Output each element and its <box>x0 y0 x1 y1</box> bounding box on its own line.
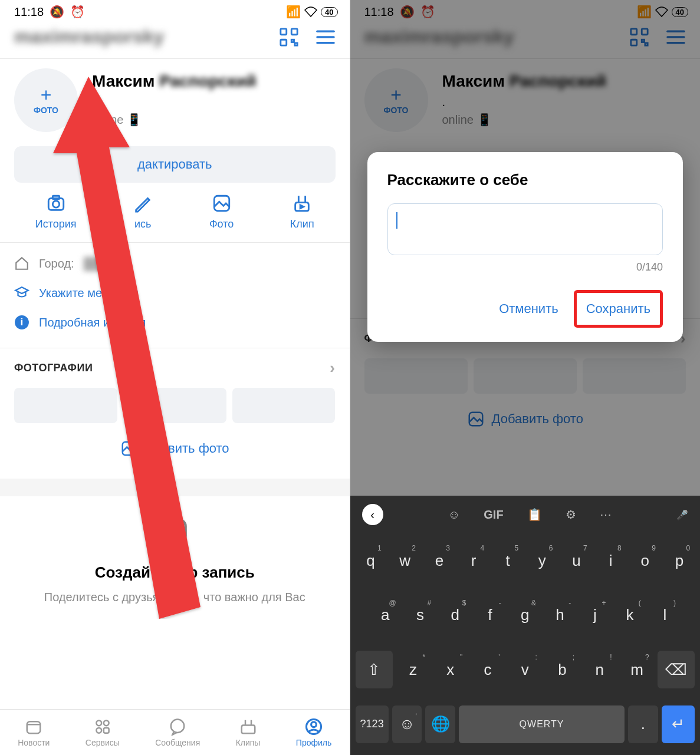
qr-icon[interactable] <box>279 27 299 47</box>
key-u[interactable]: u7 <box>561 542 591 579</box>
key-q[interactable]: q1 <box>356 542 386 579</box>
key-d[interactable]: d$ <box>439 596 471 634</box>
key-j[interactable]: j+ <box>579 596 610 634</box>
char-counter: 0/140 <box>387 261 663 273</box>
header-username: maximrasporsky <box>14 26 164 48</box>
phone-left: 11:18 🔕 ⏰ 📶 40 maximrasporsky + ФОТО <box>0 0 350 755</box>
key-c[interactable]: c' <box>471 651 504 688</box>
info-details[interactable]: i Подробная ин ация <box>14 308 336 337</box>
svg-rect-0 <box>280 28 286 34</box>
mode-key[interactable]: ?123 <box>356 705 389 743</box>
mute-icon: 🔕 <box>50 5 64 19</box>
svg-rect-21 <box>104 727 109 733</box>
clipboard-icon[interactable]: 📋 <box>527 507 542 522</box>
quick-photo[interactable]: Фото <box>209 193 234 230</box>
key-f[interactable]: f- <box>474 596 505 634</box>
info-city[interactable]: Город: ████ <box>14 249 336 278</box>
tab-messages[interactable]: Сообщения <box>155 718 200 747</box>
key-o[interactable]: o9 <box>630 542 660 579</box>
key-z[interactable]: z* <box>396 651 430 688</box>
avatar-label: ФОТО <box>34 105 58 115</box>
phone-icon: 📱 <box>127 113 142 127</box>
svg-rect-16 <box>27 721 41 733</box>
language-key[interactable]: 🌐 <box>425 705 455 743</box>
quick-story[interactable]: История <box>35 193 77 230</box>
profile-section: + ФОТО Максим Распорский . online 📱 <box>0 59 350 141</box>
settings-icon[interactable]: ⚙ <box>566 507 576 522</box>
profile-status-dot: . <box>92 95 257 109</box>
mic-icon[interactable]: 🎤 <box>676 509 688 520</box>
svg-point-19 <box>104 720 109 726</box>
space-key[interactable]: QWERTY <box>459 705 625 743</box>
status-time: 11:18 <box>14 5 44 19</box>
key-a[interactable]: a@ <box>370 596 401 634</box>
menu-icon[interactable] <box>316 29 336 45</box>
key-g[interactable]: g& <box>510 596 541 634</box>
tab-news[interactable]: Новости <box>18 718 50 747</box>
key-y[interactable]: y6 <box>527 542 557 579</box>
key-i[interactable]: i8 <box>596 542 626 579</box>
home-icon <box>14 256 29 271</box>
add-photo-button[interactable]: Давить фото <box>0 423 350 479</box>
on-screen-keyboard: ‹ ☺ GIF 📋 ⚙ ⋯ 🎤 q1w2e3r4t5y6u7i8o9p0 a@s… <box>350 496 701 755</box>
edit-button[interactable]: дактировать <box>14 146 336 183</box>
svg-point-22 <box>171 719 185 733</box>
phone-right: 11:18 🔕 ⏰ 📶 40 maximrasporsky +ФОТО Макс… <box>350 0 701 755</box>
key-w[interactable]: w2 <box>390 542 420 579</box>
enter-key[interactable]: ↵ <box>662 705 695 743</box>
photo-placeholder[interactable] <box>232 388 336 423</box>
profile-name: Максим Распорский <box>92 72 257 91</box>
chevron-right-icon: › <box>330 359 335 377</box>
photo-placeholder[interactable] <box>14 388 117 423</box>
key-v[interactable]: v: <box>508 651 542 688</box>
key-m[interactable]: m? <box>620 651 653 688</box>
online-status: online 📱 <box>92 113 257 127</box>
photos-header[interactable]: ФОТОГРАФИИ › <box>0 348 350 388</box>
tab-profile[interactable]: Профиль <box>296 718 331 747</box>
save-button[interactable]: Сохранить <box>574 290 663 328</box>
svg-point-18 <box>96 720 101 726</box>
svg-text:i: i <box>21 316 24 328</box>
tab-clips[interactable]: Клипы <box>236 718 261 747</box>
more-icon[interactable]: ⋯ <box>600 507 612 522</box>
photo-placeholder[interactable] <box>123 388 226 423</box>
cancel-button[interactable]: Отменить <box>489 293 568 325</box>
info-icon: i <box>14 315 29 330</box>
svg-point-24 <box>311 721 317 727</box>
key-n[interactable]: n! <box>583 651 616 688</box>
kb-collapse-icon[interactable]: ‹ <box>362 504 383 525</box>
key-b[interactable]: b; <box>545 651 579 688</box>
create-post-title: Создайте пер запись <box>24 563 326 582</box>
pencil-icon <box>152 508 198 554</box>
quick-clip[interactable]: Клип <box>290 193 314 230</box>
gif-button[interactable]: GIF <box>484 508 503 522</box>
key-l[interactable]: l) <box>649 596 681 634</box>
signal-icon: 📶 <box>286 5 301 19</box>
key-s[interactable]: s# <box>405 596 436 634</box>
svg-rect-10 <box>52 196 59 199</box>
key-r[interactable]: r4 <box>458 542 489 579</box>
key-k[interactable]: k( <box>614 596 645 634</box>
avatar-add-photo[interactable]: + ФОТО <box>14 68 78 132</box>
tab-services[interactable]: Сервисы <box>86 718 120 747</box>
key-h[interactable]: h- <box>544 596 576 634</box>
svg-point-9 <box>52 201 59 207</box>
about-textarea[interactable] <box>387 203 663 255</box>
backspace-key[interactable]: ⌫ <box>658 651 695 688</box>
key-t[interactable]: t5 <box>492 542 523 579</box>
key-p[interactable]: p0 <box>664 542 695 579</box>
svg-rect-2 <box>280 39 286 45</box>
key-e[interactable]: e3 <box>424 542 455 579</box>
emoji-key[interactable]: ☺, <box>392 705 422 743</box>
create-post-subtitle: Поделитесь с друзьями тем, что важно для… <box>24 589 326 605</box>
plus-icon: + <box>41 85 52 104</box>
svg-rect-3 <box>291 39 294 42</box>
shift-key[interactable]: ⇧ <box>356 651 393 688</box>
key-x[interactable]: x" <box>433 651 467 688</box>
quick-post[interactable]: ись <box>133 193 153 230</box>
create-post-section: Создайте пер запись Поделитесь с друзьям… <box>0 496 350 617</box>
info-education[interactable]: Укажите мест ёбы <box>14 278 336 308</box>
period-key[interactable]: . <box>628 705 658 743</box>
sticker-icon[interactable]: ☺ <box>448 508 460 522</box>
svg-rect-1 <box>291 28 297 34</box>
